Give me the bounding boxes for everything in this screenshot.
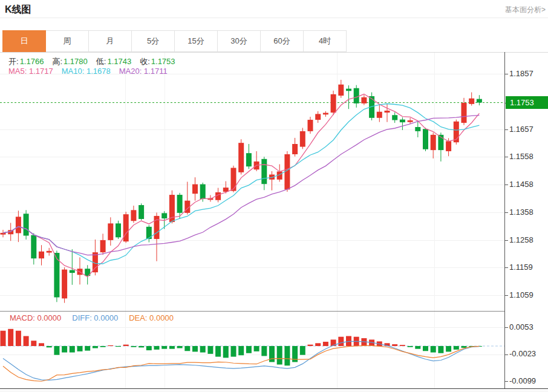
- axis-tick: [504, 267, 508, 268]
- diff-value: DIFF: 0.0000: [72, 313, 118, 322]
- axis-tick: [504, 129, 508, 130]
- axis-tick: [504, 327, 508, 328]
- ma10-line: [3, 104, 479, 264]
- price-axis-label: 1.1159: [509, 263, 533, 272]
- ohlc-legend: 开:1.1766高:1.1780低:1.1743收:1.1753: [8, 56, 184, 67]
- axis-tick: [504, 240, 508, 241]
- macd-axis-label: 0.0053: [509, 323, 533, 332]
- ma20-line: [3, 116, 479, 255]
- pane-divider: [0, 311, 504, 312]
- current-price-label: 1.1753: [506, 96, 548, 109]
- price-axis-label: 1.1558: [509, 152, 533, 161]
- macd-value: MACD: 0.0000: [10, 313, 61, 322]
- price-axis-label: 1.1358: [509, 208, 533, 217]
- ma5-legend: MA5: 1.1717: [8, 67, 53, 76]
- price-axis-label: 1.1458: [509, 180, 533, 189]
- dea-value: DEA: 0.0000: [129, 313, 174, 322]
- axis-tick: [504, 354, 508, 355]
- price-axis-label: 1.1059: [509, 291, 533, 299]
- ma20-legend: MA20: 1.1711: [119, 67, 168, 76]
- macd-histogram: [1, 329, 482, 366]
- kline-app: K线图 基本面分析> 日 周 月 5分 15分 30分 60分 4时 开:1.1…: [0, 0, 548, 392]
- macd-axis-label: -0.0099: [509, 377, 536, 385]
- axis-tick: [504, 381, 508, 382]
- price-axis-label: 1.1657: [509, 125, 533, 134]
- axis-tick: [504, 212, 508, 213]
- candles: [1, 80, 482, 303]
- price-axis-label: 1.1857: [509, 70, 533, 78]
- x-axis-line: [0, 388, 548, 389]
- ma10-legend: MA10: 1.1678: [62, 67, 111, 76]
- axis-tick: [504, 185, 508, 185]
- macd-axis-label: -0.0023: [509, 350, 536, 358]
- axis-tick: [504, 295, 508, 296]
- price-axis-label: 1.1258: [509, 236, 533, 244]
- macd-legend: MACD: 0.0000DIFF: 0.0000DEA: 0.0000: [10, 313, 174, 322]
- axis-tick: [504, 74, 508, 74]
- ma-legend: MA5: 1.1717MA10: 1.1678MA20: 1.1711: [8, 67, 168, 76]
- axis-tick: [504, 157, 508, 157]
